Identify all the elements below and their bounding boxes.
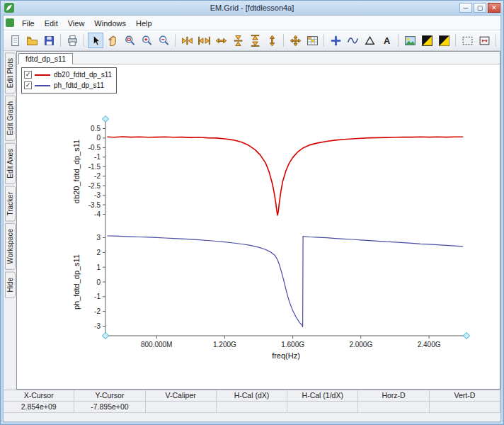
- autoscale-icon[interactable]: [287, 33, 303, 48]
- y-tick-label: 1: [96, 264, 101, 271]
- axis-handle[interactable]: [103, 116, 109, 123]
- menu-file[interactable]: File: [17, 18, 40, 29]
- window-title: EM.Grid - [fdtdlesson4a]: [1, 4, 503, 12]
- toolbar-separator: [323, 34, 324, 47]
- y-tick-label: 2: [96, 249, 101, 256]
- legend-item: ✓ph_fdtd_dp_s11: [24, 80, 112, 91]
- delta-marker-icon[interactable]: [362, 33, 377, 48]
- side-tab-workspace[interactable]: Workspace: [5, 223, 16, 270]
- y-axis-full-scale-icon[interactable]: [264, 33, 280, 48]
- y-tick-label: -3.5: [88, 201, 101, 209]
- x-axis-full-scale-icon[interactable]: [213, 33, 229, 48]
- side-tab-edit-axes[interactable]: Edit Axes: [5, 143, 16, 184]
- fit-view-icon[interactable]: [476, 33, 492, 48]
- axis-handle[interactable]: [103, 333, 109, 339]
- status-value-v-caliper: [146, 402, 217, 412]
- status-header-h-cal-1-dx: H-Cal (1/dX): [287, 390, 358, 401]
- legend-label: db20_fdtd_dp_s11: [54, 71, 112, 79]
- status-value-vert-d: [430, 402, 500, 412]
- status-header-vert-d: Vert-D: [430, 390, 500, 401]
- plot-panel: fdtd_dp_s11 ✓db20_fdtd_dp_s11✓ph_fdtd_dp…: [16, 51, 500, 390]
- side-tab-hide[interactable]: Hide: [5, 272, 16, 298]
- toolbar-separator: [398, 34, 399, 47]
- minimize-button[interactable]: ─: [459, 3, 472, 13]
- axis-handle[interactable]: [464, 333, 470, 339]
- maximize-button[interactable]: ▢: [474, 3, 486, 13]
- side-tab-edit-graph[interactable]: Edit Graph: [5, 96, 16, 141]
- chart-area: 0.50-0.5-1-1.5-2-2.5-3-3.5-4db20_fdtd_dp…: [17, 64, 500, 389]
- toolbar-separator: [84, 34, 84, 47]
- zoom-region-icon[interactable]: [459, 33, 475, 48]
- x-tick-label: 800.000M: [141, 341, 172, 348]
- print-icon[interactable]: [64, 33, 80, 48]
- pan-hand-icon[interactable]: [105, 33, 120, 48]
- y-tick-label: -0.5: [88, 144, 101, 152]
- status-value-h-cal-dx: [217, 402, 287, 412]
- legend-label: ph_fdtd_dp_s11: [54, 81, 104, 89]
- curve-ph_fdtd_dp_s11: [107, 236, 463, 327]
- legend-box: ✓db20_fdtd_dp_s11✓ph_fdtd_dp_s11: [21, 67, 117, 94]
- title-bar[interactable]: EM.Grid - [fdtdlesson4a] ─▢✕: [1, 1, 503, 15]
- legend-line-swatch: [35, 74, 50, 76]
- y-axis-zoom-out-icon[interactable]: [247, 33, 263, 48]
- y-tick-label: -2: [94, 307, 101, 315]
- status-header-h-cal-dx: H-Cal (dX): [217, 390, 287, 401]
- grid-icon[interactable]: [304, 33, 320, 48]
- toolbar: A Layout ▾: [4, 30, 500, 51]
- y-axis-zoom-in-icon[interactable]: [230, 33, 246, 48]
- document-icon: [6, 18, 14, 27]
- side-tab-strip: Edit PlotsEdit GraphEdit AxesTrackerWork…: [4, 51, 16, 390]
- status-header-v-caliper: V-Caliper: [146, 390, 217, 401]
- window-controls: ─▢✕: [459, 3, 500, 13]
- status-value-x-cursor: 2.854e+09: [4, 402, 74, 412]
- menu-edit[interactable]: Edit: [40, 18, 63, 29]
- main-body: Edit PlotsEdit GraphEdit AxesTrackerWork…: [4, 51, 500, 390]
- zoom-in-icon[interactable]: [139, 33, 154, 48]
- toolbar-separator: [60, 34, 61, 47]
- toolbar-items: A: [6, 33, 504, 48]
- status-header-horz-d: Horz-D: [358, 390, 429, 401]
- close-button[interactable]: ✕: [488, 3, 500, 13]
- legend-checkbox[interactable]: ✓: [24, 81, 32, 89]
- side-tab-tracker[interactable]: Tracker: [5, 186, 16, 222]
- y-axis-label-db20_fdtd_dp_s11: db20_fdtd_dp_s11: [72, 140, 81, 203]
- select-cursor-icon[interactable]: [88, 33, 103, 48]
- y-tick-label: 0: [96, 134, 101, 142]
- new-file-icon[interactable]: [7, 33, 23, 48]
- zoom-out-icon[interactable]: [156, 33, 171, 48]
- y-tick-label: -1.5: [88, 163, 101, 171]
- legend-checkbox[interactable]: ✓: [24, 71, 32, 79]
- trace-icon[interactable]: [345, 33, 360, 48]
- app-frame: FileEditViewWindowsHelp A Layout ▾ Edit …: [3, 15, 501, 422]
- menu-help[interactable]: Help: [131, 18, 157, 29]
- y-tick-label: -2.5: [88, 182, 101, 190]
- zoom-window-icon[interactable]: [122, 33, 137, 48]
- open-file-icon[interactable]: [24, 33, 40, 48]
- x-axis-zoom-out-icon[interactable]: [196, 33, 212, 48]
- status-values: 2.854e+09-7.895e+00: [4, 402, 500, 413]
- x-axis-zoom-in-icon[interactable]: [179, 33, 195, 48]
- side-tab-edit-plots[interactable]: Edit Plots: [5, 52, 16, 94]
- legend-line-swatch: [35, 85, 50, 86]
- status-header-x-cursor: X-Cursor: [4, 390, 74, 401]
- x-tick-label: 2.400G: [418, 341, 441, 348]
- x-tick-label: 1.600G: [281, 341, 304, 348]
- plot-svg: 0.50-0.5-1-1.5-2-2.5-3-3.5-4db20_fdtd_dp…: [17, 64, 500, 390]
- add-marker-icon[interactable]: [328, 33, 343, 48]
- y-tick-label: -4: [94, 210, 101, 218]
- toolbar-separator: [455, 34, 456, 47]
- menu-windows[interactable]: Windows: [89, 18, 131, 29]
- snapshot-icon[interactable]: [402, 33, 418, 48]
- background-color-icon[interactable]: [436, 33, 452, 48]
- add-text-icon[interactable]: A: [379, 33, 394, 48]
- invert-colors-icon[interactable]: [419, 33, 435, 48]
- menu-view[interactable]: View: [63, 18, 90, 29]
- y-tick-label: 0.5: [91, 125, 101, 132]
- caliper-icon[interactable]: [500, 33, 504, 48]
- y-tick-label: -3: [94, 322, 101, 330]
- status-value-h-cal-1-dx: [287, 402, 358, 412]
- plot-tab-fdtd_dp_s11[interactable]: fdtd_dp_s11: [18, 53, 73, 64]
- app-window: EM.Grid - [fdtdlesson4a] ─▢✕ FileEditVie…: [0, 0, 504, 425]
- save-icon[interactable]: [41, 33, 57, 48]
- x-axis-label: freq(Hz): [272, 351, 300, 360]
